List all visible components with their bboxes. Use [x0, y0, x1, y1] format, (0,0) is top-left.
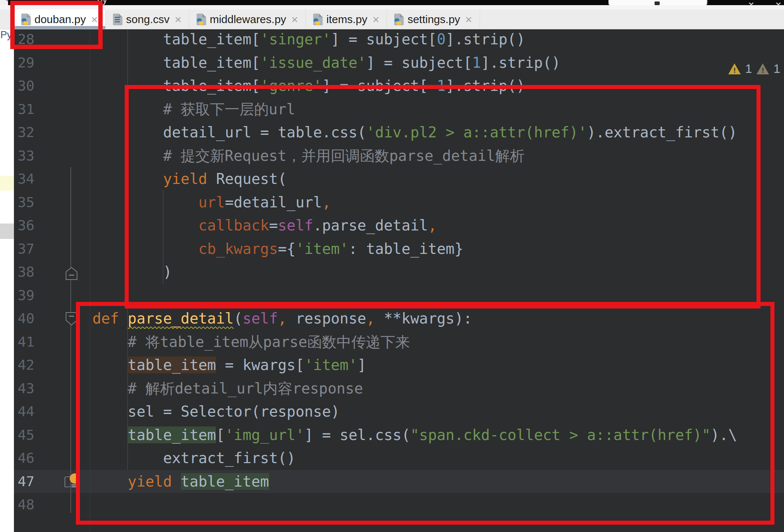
code-text: yield Request(	[92, 167, 287, 191]
close-icon[interactable]: ×	[291, 14, 298, 25]
close-icon[interactable]: ×	[465, 14, 472, 25]
gutter-line-number[interactable]: 48	[14, 493, 34, 516]
title-bar: py ⌄ ⌄	[0, 0, 784, 5]
gutter-line-number[interactable]: 44	[14, 400, 34, 423]
close-icon[interactable]: ×	[91, 14, 98, 25]
panel-highlight-yellow	[0, 176, 14, 191]
gutter-line-number[interactable]: 40	[14, 307, 34, 330]
code-text: def parse_detail(self, response, **kwarg…	[92, 307, 472, 330]
close-icon[interactable]: ×	[175, 14, 182, 25]
code-text: detail_url = table.css('div.pl2 > a::att…	[92, 121, 737, 144]
intention-lightbulb-icon[interactable]	[69, 473, 81, 487]
code-text: sel = Selector(response)	[92, 400, 340, 423]
inspections-widget[interactable]: ! 1 ! 1 3	[728, 62, 784, 76]
gutter-line-number[interactable]: 35	[14, 191, 34, 214]
tab-middlewares-py[interactable]: middlewares.py ×	[189, 10, 306, 29]
panel-label: Pyt	[0, 29, 14, 41]
tab-settings-py[interactable]: settings.py ×	[387, 10, 480, 29]
code-text: # 提交新Request，并用回调函数parse_detail解析	[92, 144, 524, 167]
tab-label: items.py	[326, 13, 367, 26]
tab-douban-py[interactable]: douban.py ×	[14, 10, 106, 29]
close-icon[interactable]: ×	[373, 14, 380, 25]
python-file-icon	[197, 14, 206, 25]
weak-warning-triangle-icon: !	[756, 63, 769, 74]
chevron-down-icon[interactable]: ⌄	[774, 0, 783, 5]
chevron-down-icon[interactable]: ⌄	[747, 0, 756, 5]
tab-items-py[interactable]: items.py ×	[306, 10, 387, 29]
python-file-icon	[21, 14, 31, 25]
gutter-line-number[interactable]: 43	[14, 377, 34, 400]
gutter-line-number[interactable]: 37	[14, 237, 34, 261]
popover-text-fragment	[655, 1, 660, 5]
tab-label: song.csv	[126, 13, 169, 26]
code-text: yield table_item	[92, 470, 269, 493]
python-file-icon	[313, 14, 323, 25]
code-text: url=detail_url,	[92, 191, 331, 214]
csv-file-icon	[113, 14, 122, 25]
fold-end-icon[interactable]	[65, 266, 78, 281]
code-text: # 获取下一层的url	[92, 97, 295, 121]
gutter-line-number[interactable]: 32	[14, 121, 34, 144]
code-text: table_item = kwargs['item']	[92, 353, 366, 377]
gutter-line-number[interactable]: 36	[14, 214, 34, 237]
gutter-line-number[interactable]: 46	[14, 446, 34, 470]
fold-region-line	[70, 167, 71, 513]
python-file-icon	[394, 14, 404, 25]
gutter-line-number[interactable]: 29	[14, 51, 34, 74]
gutter-line-number[interactable]: 31	[14, 97, 34, 121]
titlebar-corner-icon	[0, 0, 8, 5]
editor-tab-bar: douban.py × song.csv × middlewares.py × …	[0, 10, 784, 29]
code-editor[interactable]: 28 table_item['singer'] = subject[0].str…	[14, 29, 784, 532]
warning-triangle-icon: !	[728, 63, 741, 74]
gutter-line-number[interactable]: 45	[14, 423, 34, 447]
gutter-line-number[interactable]: 41	[14, 330, 34, 354]
tab-label: middlewares.py	[210, 13, 286, 26]
gutter-line-number[interactable]: 39	[14, 284, 34, 307]
code-text: extract_first()	[92, 446, 296, 470]
gutter-line-number[interactable]: 30	[14, 74, 34, 97]
code-text: table_item['img_url'] = sel.css("span.ck…	[92, 423, 737, 447]
code-text: # 将table_item从parse函数中传递下来	[92, 330, 410, 354]
search-popover[interactable]	[608, 0, 707, 5]
ide-window: py ⌄ ⌄ douban.py × song.csv × middleware…	[0, 0, 784, 532]
code-text: table_item['genre'] = subject[-1].strip(…	[92, 74, 525, 97]
side-panel-edge: Pyt	[0, 10, 14, 532]
weak-warning-count: 1	[773, 62, 780, 76]
gutter-line-number[interactable]: 42	[14, 353, 34, 377]
fold-start-icon[interactable]	[65, 311, 78, 326]
tab-label: douban.py	[34, 13, 86, 26]
gutter-line-number[interactable]: 28	[14, 27, 34, 51]
panel-highlight-gray	[0, 223, 14, 239]
title-text-fragment: py	[97, 0, 107, 5]
code-text: table_item['issue_date'] = subject[1].st…	[92, 51, 560, 74]
code-text: )	[92, 260, 172, 284]
gutter-line-number[interactable]: 34	[14, 167, 34, 191]
gutter-separator	[90, 29, 90, 532]
gutter-line-number[interactable]: 33	[14, 144, 34, 167]
warning-count: 1	[745, 62, 752, 76]
gutter-line-number[interactable]: 38	[14, 260, 34, 284]
gutter-line-number[interactable]: 47	[14, 470, 34, 493]
tab-song-csv[interactable]: song.csv ×	[106, 10, 189, 29]
tab-label: settings.py	[407, 13, 460, 26]
code-text: # 解析detail_url内容response	[92, 377, 363, 400]
code-text: callback=self.parse_detail,	[92, 214, 437, 237]
code-text: cb_kwargs={'item': table_item}	[92, 237, 463, 261]
code-text: table_item['singer'] = subject[0].strip(…	[92, 27, 525, 51]
